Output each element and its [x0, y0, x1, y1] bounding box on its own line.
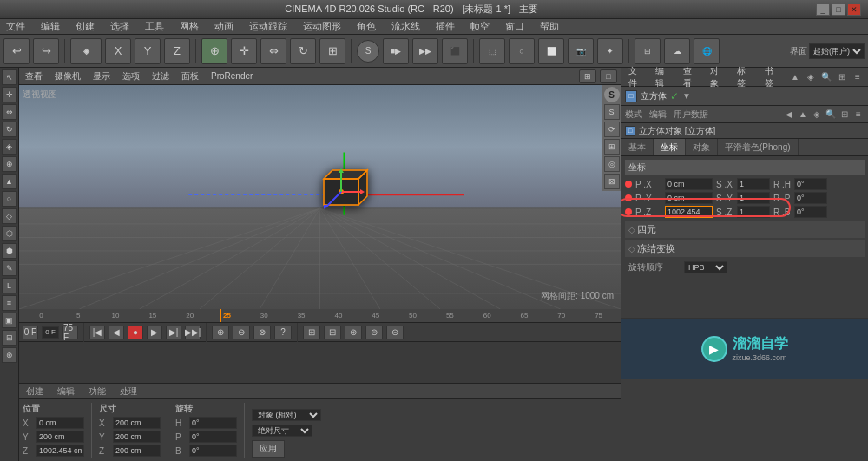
toolbar-floor[interactable]: ⊟: [635, 38, 661, 64]
sidebar-icon-select[interactable]: ↖: [2, 69, 17, 85]
menu-anim[interactable]: 动画: [212, 20, 236, 33]
bp-sy-input[interactable]: [113, 431, 161, 443]
rp-tab-bookmark[interactable]: 书签: [761, 64, 785, 90]
viewport[interactable]: 透视视图: [19, 85, 621, 309]
bp-rb-input[interactable]: [189, 445, 237, 457]
rp-icon-5[interactable]: ≡: [851, 70, 865, 84]
attr-mode-icon2[interactable]: 🔍: [825, 109, 837, 121]
attr-mode-item[interactable]: 模式: [625, 109, 642, 121]
toolbar-mode-x[interactable]: X: [105, 38, 131, 64]
menu-tools[interactable]: 工具: [142, 20, 167, 33]
attr-rb-input[interactable]: [794, 206, 827, 218]
attr-userdata-item[interactable]: 用户数据: [674, 109, 708, 121]
sidebar-icon-7[interactable]: ⬢: [2, 243, 17, 259]
vp-view[interactable]: 查看: [23, 70, 45, 82]
toolbar-select-live[interactable]: ⊕: [201, 38, 227, 64]
viewport-icon-4[interactable]: ◎: [604, 156, 620, 172]
attr-mode-arrow-right[interactable]: ▲: [797, 109, 809, 121]
freeze-section[interactable]: ◇ 冻结变换: [625, 240, 865, 257]
menu-motion-track[interactable]: 运动跟踪: [247, 20, 290, 33]
bp-apply-button[interactable]: 应用: [252, 440, 285, 458]
toolbar-obj-light[interactable]: ✦: [597, 38, 623, 64]
attr-tab-coord[interactable]: 坐标: [654, 139, 686, 155]
attr-px-input[interactable]: [665, 178, 713, 190]
toolbar-render-pic[interactable]: ■▶: [383, 38, 409, 64]
attr-edit-item[interactable]: 编辑: [649, 109, 667, 121]
timeline-track-area[interactable]: [19, 342, 621, 383]
attr-mode-icon4[interactable]: ≡: [852, 109, 865, 121]
toolbar-env[interactable]: 🌐: [694, 38, 720, 64]
tl-record[interactable]: ●: [128, 326, 143, 339]
rp-tab-file[interactable]: 文件: [625, 64, 648, 90]
rp-tab-object[interactable]: 对象: [707, 64, 730, 90]
bp-tab-process[interactable]: 处理: [116, 385, 141, 398]
rp-icon-3[interactable]: 🔍: [819, 70, 833, 84]
bp-rh-input[interactable]: [189, 417, 237, 429]
s-logo-icon[interactable]: S: [604, 87, 620, 102]
toolbar-obj-box[interactable]: ⬚: [479, 38, 505, 64]
menu-mesh[interactable]: 网格: [177, 20, 201, 33]
bp-rp-input[interactable]: [189, 431, 237, 443]
attr-tab-phong[interactable]: 平滑着色(Phong): [718, 139, 799, 155]
menu-edit[interactable]: 编辑: [38, 20, 62, 33]
attr-tab-object[interactable]: 对象: [686, 139, 718, 155]
toolbar-render-view[interactable]: S: [357, 40, 379, 63]
tl-frame-start[interactable]: 0 F: [23, 326, 38, 339]
tl-btn5[interactable]: ⊞: [303, 326, 320, 339]
sidebar-icon-11[interactable]: ▣: [2, 313, 17, 328]
toolbar-rotate[interactable]: ↻: [290, 38, 316, 64]
toolbar-undo[interactable]: ↩: [3, 38, 30, 64]
tl-play[interactable]: ▶: [147, 326, 162, 339]
rp-icon-1[interactable]: ▲: [788, 70, 802, 84]
tl-btn1[interactable]: ⊕: [212, 326, 229, 339]
tl-btn8[interactable]: ⊜: [365, 326, 383, 339]
sidebar-icon-6[interactable]: ⬡: [2, 226, 17, 241]
toolbar-mode-y[interactable]: Y: [135, 38, 161, 64]
bp-tab-func[interactable]: 功能: [85, 385, 109, 398]
tl-btn3[interactable]: ⊗: [253, 326, 271, 339]
sidebar-icon-move[interactable]: ✛: [2, 87, 17, 102]
bp-tab-create[interactable]: 创建: [23, 385, 47, 398]
vp-options[interactable]: 选项: [120, 70, 142, 82]
tl-goto-end[interactable]: ▶▶|: [185, 326, 201, 339]
sidebar-icon-12[interactable]: ⊟: [2, 330, 17, 346]
sidebar-icon-2[interactable]: ⊕: [2, 156, 17, 172]
toolbar-move[interactable]: ✛: [231, 38, 257, 64]
attr-sx-input[interactable]: [737, 178, 770, 190]
rp-tab-edit[interactable]: 编辑: [652, 64, 675, 90]
tl-prev-frame[interactable]: ◀: [108, 326, 124, 339]
attr-mode-icon3[interactable]: ⊞: [838, 109, 851, 121]
menu-char[interactable]: 角色: [354, 20, 378, 33]
toolbar-sky[interactable]: ☁: [664, 38, 690, 64]
viewport-icon-3[interactable]: ⊞: [604, 139, 620, 155]
toolbar-obj-sphere[interactable]: ○: [509, 38, 535, 64]
toolbar-obj-cyl[interactable]: ⬜: [538, 38, 564, 64]
menu-create[interactable]: 创建: [73, 20, 97, 33]
viewport-icon-1[interactable]: S: [604, 104, 620, 120]
bp-coord-type-select[interactable]: 绝对尺寸: [252, 425, 312, 437]
toolbar-mode-all[interactable]: ◈: [70, 38, 102, 64]
menu-render[interactable]: 帧空: [468, 20, 492, 33]
toolbar-mode-z[interactable]: Z: [164, 38, 190, 64]
vp-fullscreen-btn[interactable]: □: [600, 69, 617, 83]
sidebar-icon-4[interactable]: ○: [2, 191, 17, 207]
sidebar-icon-13[interactable]: ⊛: [2, 347, 17, 363]
attr-sy-input[interactable]: [737, 192, 770, 204]
bp-sz-input[interactable]: [113, 445, 161, 457]
attr-rp-input[interactable]: [794, 192, 827, 204]
attr-mode-icon1[interactable]: ◈: [811, 109, 823, 121]
attr-sz-input[interactable]: [737, 206, 770, 218]
menu-file[interactable]: 文件: [3, 20, 28, 33]
rp-tab-view[interactable]: 查看: [680, 64, 703, 90]
toolbar-transform[interactable]: ⊞: [319, 38, 345, 64]
menu-pipeline[interactable]: 流水线: [389, 20, 423, 33]
bp-sx-input[interactable]: [113, 417, 161, 429]
bp-px-input[interactable]: [36, 417, 84, 429]
vp-prorender[interactable]: ProRender: [208, 71, 255, 81]
vp-panel[interactable]: 面板: [179, 70, 201, 82]
bp-pz-input[interactable]: [36, 445, 84, 457]
maximize-button[interactable]: □: [832, 3, 845, 16]
tl-btn4[interactable]: ?: [274, 326, 292, 339]
attr-rh-input[interactable]: [794, 178, 827, 190]
sidebar-icon-8[interactable]: ✎: [2, 260, 17, 276]
